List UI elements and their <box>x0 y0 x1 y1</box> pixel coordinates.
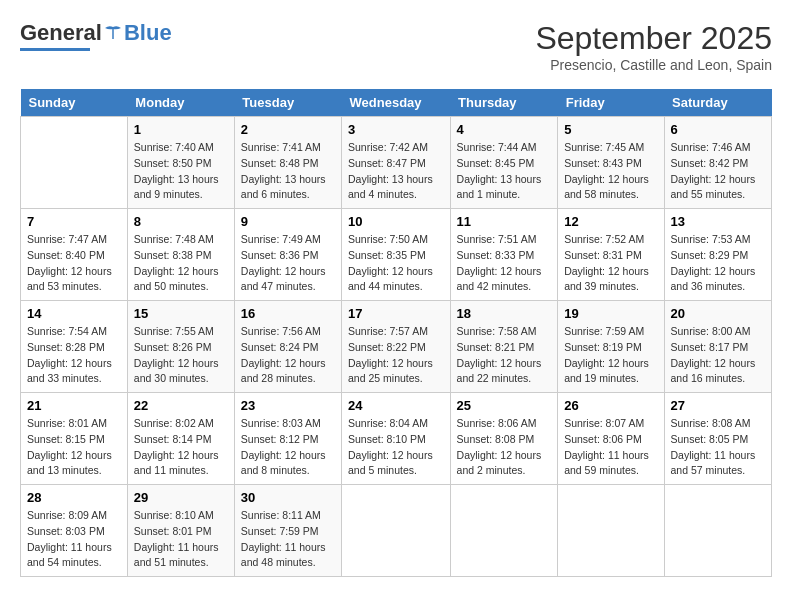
day-info: Sunrise: 7:48 AMSunset: 8:38 PMDaylight:… <box>134 232 228 295</box>
day-number: 16 <box>241 306 335 321</box>
calendar-day-cell: 23Sunrise: 8:03 AMSunset: 8:12 PMDayligh… <box>234 393 341 485</box>
calendar-day-cell: 6Sunrise: 7:46 AMSunset: 8:42 PMDaylight… <box>664 117 771 209</box>
day-info: Sunrise: 8:09 AMSunset: 8:03 PMDaylight:… <box>27 508 121 571</box>
calendar-day-cell: 24Sunrise: 8:04 AMSunset: 8:10 PMDayligh… <box>342 393 451 485</box>
day-info: Sunrise: 8:08 AMSunset: 8:05 PMDaylight:… <box>671 416 765 479</box>
calendar-week-row: 21Sunrise: 8:01 AMSunset: 8:15 PMDayligh… <box>21 393 772 485</box>
calendar-day-cell: 1Sunrise: 7:40 AMSunset: 8:50 PMDaylight… <box>127 117 234 209</box>
day-info: Sunrise: 8:10 AMSunset: 8:01 PMDaylight:… <box>134 508 228 571</box>
day-info: Sunrise: 7:51 AMSunset: 8:33 PMDaylight:… <box>457 232 552 295</box>
day-info: Sunrise: 7:47 AMSunset: 8:40 PMDaylight:… <box>27 232 121 295</box>
day-info: Sunrise: 7:57 AMSunset: 8:22 PMDaylight:… <box>348 324 444 387</box>
day-number: 27 <box>671 398 765 413</box>
day-number: 12 <box>564 214 657 229</box>
day-number: 22 <box>134 398 228 413</box>
day-number: 4 <box>457 122 552 137</box>
day-info: Sunrise: 8:06 AMSunset: 8:08 PMDaylight:… <box>457 416 552 479</box>
calendar-day-cell: 13Sunrise: 7:53 AMSunset: 8:29 PMDayligh… <box>664 209 771 301</box>
day-info: Sunrise: 7:44 AMSunset: 8:45 PMDaylight:… <box>457 140 552 203</box>
day-number: 14 <box>27 306 121 321</box>
day-info: Sunrise: 8:02 AMSunset: 8:14 PMDaylight:… <box>134 416 228 479</box>
logo-general-text: General <box>20 20 102 46</box>
day-info: Sunrise: 7:49 AMSunset: 8:36 PMDaylight:… <box>241 232 335 295</box>
logo: General Blue <box>20 20 172 51</box>
day-info: Sunrise: 7:42 AMSunset: 8:47 PMDaylight:… <box>348 140 444 203</box>
day-number: 10 <box>348 214 444 229</box>
title-block: September 2025 Presencio, Castille and L… <box>535 20 772 73</box>
logo-bird-icon <box>103 25 123 41</box>
day-number: 7 <box>27 214 121 229</box>
day-info: Sunrise: 7:59 AMSunset: 8:19 PMDaylight:… <box>564 324 657 387</box>
calendar-day-cell: 25Sunrise: 8:06 AMSunset: 8:08 PMDayligh… <box>450 393 558 485</box>
calendar-day-cell: 28Sunrise: 8:09 AMSunset: 8:03 PMDayligh… <box>21 485 128 577</box>
calendar-day-cell: 29Sunrise: 8:10 AMSunset: 8:01 PMDayligh… <box>127 485 234 577</box>
calendar-day-cell: 5Sunrise: 7:45 AMSunset: 8:43 PMDaylight… <box>558 117 664 209</box>
calendar-day-cell <box>450 485 558 577</box>
day-number: 21 <box>27 398 121 413</box>
day-number: 20 <box>671 306 765 321</box>
day-number: 9 <box>241 214 335 229</box>
calendar-day-cell: 30Sunrise: 8:11 AMSunset: 7:59 PMDayligh… <box>234 485 341 577</box>
calendar-day-cell: 20Sunrise: 8:00 AMSunset: 8:17 PMDayligh… <box>664 301 771 393</box>
calendar-day-cell <box>664 485 771 577</box>
day-number: 19 <box>564 306 657 321</box>
day-info: Sunrise: 7:46 AMSunset: 8:42 PMDaylight:… <box>671 140 765 203</box>
day-info: Sunrise: 7:50 AMSunset: 8:35 PMDaylight:… <box>348 232 444 295</box>
day-number: 26 <box>564 398 657 413</box>
calendar-day-cell: 12Sunrise: 7:52 AMSunset: 8:31 PMDayligh… <box>558 209 664 301</box>
calendar-day-cell: 17Sunrise: 7:57 AMSunset: 8:22 PMDayligh… <box>342 301 451 393</box>
month-title: September 2025 <box>535 20 772 57</box>
day-info: Sunrise: 7:40 AMSunset: 8:50 PMDaylight:… <box>134 140 228 203</box>
calendar-day-cell: 19Sunrise: 7:59 AMSunset: 8:19 PMDayligh… <box>558 301 664 393</box>
day-number: 28 <box>27 490 121 505</box>
column-header-tuesday: Tuesday <box>234 89 341 117</box>
calendar-day-cell: 9Sunrise: 7:49 AMSunset: 8:36 PMDaylight… <box>234 209 341 301</box>
day-info: Sunrise: 8:01 AMSunset: 8:15 PMDaylight:… <box>27 416 121 479</box>
day-number: 18 <box>457 306 552 321</box>
day-number: 8 <box>134 214 228 229</box>
calendar-day-cell <box>558 485 664 577</box>
calendar-day-cell: 8Sunrise: 7:48 AMSunset: 8:38 PMDaylight… <box>127 209 234 301</box>
day-info: Sunrise: 8:03 AMSunset: 8:12 PMDaylight:… <box>241 416 335 479</box>
day-info: Sunrise: 7:41 AMSunset: 8:48 PMDaylight:… <box>241 140 335 203</box>
calendar-day-cell <box>21 117 128 209</box>
day-number: 24 <box>348 398 444 413</box>
calendar-header-row: SundayMondayTuesdayWednesdayThursdayFrid… <box>21 89 772 117</box>
calendar-day-cell: 7Sunrise: 7:47 AMSunset: 8:40 PMDaylight… <box>21 209 128 301</box>
day-number: 1 <box>134 122 228 137</box>
calendar-table: SundayMondayTuesdayWednesdayThursdayFrid… <box>20 89 772 577</box>
calendar-day-cell: 14Sunrise: 7:54 AMSunset: 8:28 PMDayligh… <box>21 301 128 393</box>
logo-underline <box>20 48 90 51</box>
day-info: Sunrise: 8:11 AMSunset: 7:59 PMDaylight:… <box>241 508 335 571</box>
calendar-day-cell: 26Sunrise: 8:07 AMSunset: 8:06 PMDayligh… <box>558 393 664 485</box>
day-info: Sunrise: 7:52 AMSunset: 8:31 PMDaylight:… <box>564 232 657 295</box>
day-number: 15 <box>134 306 228 321</box>
day-info: Sunrise: 8:04 AMSunset: 8:10 PMDaylight:… <box>348 416 444 479</box>
calendar-day-cell: 27Sunrise: 8:08 AMSunset: 8:05 PMDayligh… <box>664 393 771 485</box>
column-header-saturday: Saturday <box>664 89 771 117</box>
calendar-day-cell: 22Sunrise: 8:02 AMSunset: 8:14 PMDayligh… <box>127 393 234 485</box>
day-number: 2 <box>241 122 335 137</box>
location: Presencio, Castille and Leon, Spain <box>535 57 772 73</box>
day-number: 30 <box>241 490 335 505</box>
day-number: 13 <box>671 214 765 229</box>
calendar-day-cell: 18Sunrise: 7:58 AMSunset: 8:21 PMDayligh… <box>450 301 558 393</box>
day-number: 3 <box>348 122 444 137</box>
calendar-day-cell: 4Sunrise: 7:44 AMSunset: 8:45 PMDaylight… <box>450 117 558 209</box>
calendar-day-cell: 11Sunrise: 7:51 AMSunset: 8:33 PMDayligh… <box>450 209 558 301</box>
day-number: 5 <box>564 122 657 137</box>
day-info: Sunrise: 7:58 AMSunset: 8:21 PMDaylight:… <box>457 324 552 387</box>
calendar-day-cell: 2Sunrise: 7:41 AMSunset: 8:48 PMDaylight… <box>234 117 341 209</box>
calendar-week-row: 14Sunrise: 7:54 AMSunset: 8:28 PMDayligh… <box>21 301 772 393</box>
calendar-day-cell: 3Sunrise: 7:42 AMSunset: 8:47 PMDaylight… <box>342 117 451 209</box>
calendar-week-row: 7Sunrise: 7:47 AMSunset: 8:40 PMDaylight… <box>21 209 772 301</box>
day-number: 11 <box>457 214 552 229</box>
day-info: Sunrise: 7:54 AMSunset: 8:28 PMDaylight:… <box>27 324 121 387</box>
day-number: 29 <box>134 490 228 505</box>
day-info: Sunrise: 8:07 AMSunset: 8:06 PMDaylight:… <box>564 416 657 479</box>
column-header-wednesday: Wednesday <box>342 89 451 117</box>
calendar-week-row: 28Sunrise: 8:09 AMSunset: 8:03 PMDayligh… <box>21 485 772 577</box>
day-info: Sunrise: 7:45 AMSunset: 8:43 PMDaylight:… <box>564 140 657 203</box>
calendar-day-cell <box>342 485 451 577</box>
day-number: 6 <box>671 122 765 137</box>
